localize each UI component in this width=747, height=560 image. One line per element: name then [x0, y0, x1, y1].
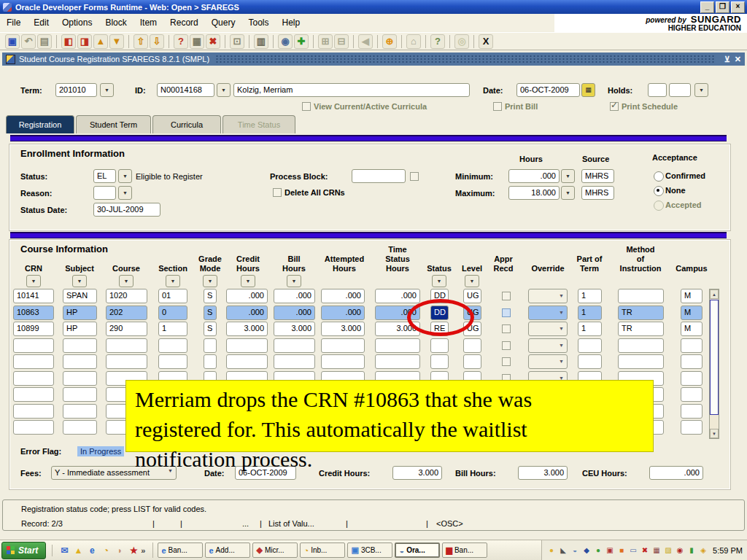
course-cell-subject[interactable]: HP	[63, 306, 97, 320]
maximum-source-field[interactable]: MHRS	[581, 186, 614, 200]
course-cell-status[interactable]	[430, 354, 449, 369]
zoom-icon[interactable]: ◉	[278, 34, 293, 49]
quick-launch-overflow-chevron[interactable]: »	[141, 546, 145, 555]
appr-recd-checkbox[interactable]	[502, 308, 511, 317]
course-cell-course[interactable]	[106, 338, 147, 353]
course-cell-pot[interactable]: 1	[578, 322, 602, 336]
battery-tray-icon[interactable]: ▮	[686, 545, 697, 556]
course-cell-level[interactable]	[463, 338, 481, 353]
outlook-express-icon[interactable]: ✉	[58, 545, 70, 556]
course-cell-attempted[interactable]: 3.000	[321, 322, 365, 336]
menu-options[interactable]: Options	[55, 15, 98, 30]
course-cell-course[interactable]	[106, 354, 147, 369]
course-cell-subject[interactable]	[63, 371, 97, 386]
status-date-field[interactable]: 30-JUL-2009	[93, 203, 160, 217]
reason-dropdown-button[interactable]: ▼	[118, 186, 132, 200]
course-cell-course[interactable]: 202	[106, 306, 147, 320]
menu-query[interactable]: Query	[205, 15, 242, 30]
course-cell-pot[interactable]	[578, 338, 602, 353]
override-select[interactable]: ▼	[528, 354, 568, 369]
menu-edit[interactable]: Edit	[27, 15, 55, 30]
previous-section-icon[interactable]: ⊟	[334, 34, 349, 49]
ceu-hours-field[interactable]: .000	[649, 466, 703, 480]
insert-record-icon[interactable]: ◧	[61, 34, 76, 49]
course-cell-section[interactable]	[158, 354, 187, 369]
course-cell-level[interactable]: UG	[463, 289, 481, 303]
course-cell-moi[interactable]: TR	[618, 322, 664, 336]
course-cell-tsh[interactable]	[375, 338, 420, 353]
course-cell-section[interactable]	[158, 338, 187, 353]
course-cell-bill[interactable]	[274, 354, 315, 369]
scrollbar-thumb[interactable]	[710, 300, 719, 415]
close-button[interactable]: ×	[731, 1, 745, 13]
course-cell-grade_mode[interactable]	[204, 354, 217, 369]
task-button-ban[interactable]: eBan...	[158, 542, 203, 558]
course-cell-credit[interactable]	[226, 354, 268, 369]
rollback-icon[interactable]: ↶	[21, 34, 36, 49]
remove-record-icon[interactable]: ◨	[77, 34, 92, 49]
reason-field[interactable]	[93, 186, 116, 200]
view-curricula-checkbox[interactable]	[302, 102, 311, 111]
course-cell-subject[interactable]	[63, 404, 97, 419]
column-filter-subject[interactable]: ▼	[72, 275, 87, 287]
minimum-hours-field[interactable]: .000	[508, 169, 560, 183]
column-filter-status[interactable]: ▼	[432, 275, 446, 287]
process-block-checkbox[interactable]	[410, 172, 419, 181]
minimum-dropdown-button[interactable]: ▼	[561, 169, 575, 183]
security-alert-tray-icon[interactable]: ◉	[675, 545, 685, 556]
course-cell-bill[interactable]: 3.000	[274, 322, 315, 336]
next-block-icon[interactable]: ⇩	[150, 34, 164, 49]
volume-icon[interactable]: ◀	[358, 34, 373, 49]
form-close-icon[interactable]: ✕	[735, 55, 741, 64]
mail-blocked-tray-icon[interactable]: ▣	[605, 545, 615, 556]
column-filter-crn[interactable]: ▼	[26, 275, 41, 287]
start-button[interactable]: Start	[1, 542, 46, 559]
term-field[interactable]: 201010	[55, 83, 97, 97]
course-cell-crn[interactable]	[13, 387, 54, 402]
hand-pointer-icon[interactable]: ◗	[114, 545, 125, 556]
task-button-inb[interactable]: ◔Inb...	[300, 542, 345, 558]
delete-all-crns-checkbox[interactable]	[273, 188, 282, 197]
menu-tools[interactable]: Tools	[241, 15, 275, 30]
course-cell-credit[interactable]: .000	[226, 289, 268, 303]
course-cell-course[interactable]: 1020	[106, 289, 147, 303]
id-field[interactable]: N00014168	[157, 83, 214, 97]
course-cell-section[interactable]: 0	[158, 306, 187, 320]
course-cell-subject[interactable]	[63, 387, 97, 402]
course-cell-campus[interactable]: M	[681, 306, 703, 320]
globe-tray-icon[interactable]: ●	[593, 545, 603, 556]
lock-tray-icon[interactable]: ◈	[698, 545, 708, 556]
course-cell-crn[interactable]	[13, 371, 54, 386]
form-titlebar[interactable]: Student Course Registration SFAREGS 8.2.…	[2, 52, 745, 66]
menu-block[interactable]: Block	[98, 15, 133, 30]
appr-recd-checkbox[interactable]	[502, 324, 511, 333]
course-cell-tsh[interactable]	[375, 354, 420, 369]
holds-dropdown-button[interactable]: ▼	[694, 83, 708, 97]
column-filter-credit[interactable]: ▼	[241, 275, 255, 287]
task-button-add[interactable]: eAdd...	[205, 542, 250, 558]
course-cell-section[interactable]: 1	[158, 322, 187, 336]
display-tray-icon[interactable]: ▭	[628, 545, 638, 556]
course-cell-grade_mode[interactable]: S	[204, 306, 217, 320]
add-icon[interactable]: ✚	[294, 34, 309, 49]
scrollbar-down-icon[interactable]: ▼	[710, 429, 719, 438]
previous-record-icon[interactable]: ▲	[93, 34, 108, 49]
course-cell-grade_mode[interactable]: S	[204, 289, 217, 303]
course-cell-subject[interactable]	[63, 420, 97, 435]
appr-recd-checkbox[interactable]	[502, 341, 511, 350]
task-button-3cb[interactable]: ▣3CB...	[347, 542, 392, 558]
column-filter-grade_mode[interactable]: ▼	[203, 275, 217, 287]
course-cell-bill[interactable]	[274, 338, 315, 353]
minimize-button[interactable]: _	[700, 1, 714, 13]
column-filter-bill[interactable]: ▼	[287, 275, 301, 287]
term-dropdown-button[interactable]: ▼	[100, 83, 114, 97]
save-icon[interactable]: ▣	[5, 34, 20, 49]
course-cell-crn[interactable]: 10141	[13, 289, 54, 303]
course-cell-attempted[interactable]	[321, 354, 365, 369]
course-cell-bill[interactable]: .000	[274, 289, 315, 303]
pointer-tray-icon[interactable]: ◣	[558, 545, 568, 556]
print-bill-checkbox[interactable]	[493, 102, 502, 111]
course-cell-campus[interactable]	[681, 338, 703, 353]
maximum-hours-field[interactable]: 18.000	[508, 186, 560, 200]
menu-file[interactable]: File	[0, 15, 27, 30]
